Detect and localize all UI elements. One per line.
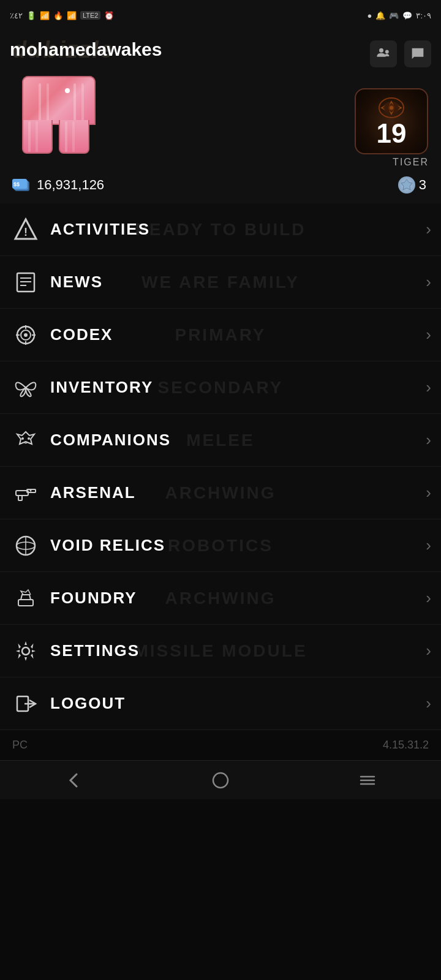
svg-text:$$: $$ [13,181,20,187]
companions-arrow: › [426,431,431,450]
shorts-right-leg [59,120,89,154]
svg-point-38 [213,773,228,788]
svg-point-1 [385,50,389,54]
inventory-label: INVENTORY [50,378,426,397]
credits-amount: 16,931,126 [37,177,104,193]
platform-label: PC [12,739,28,752]
profile-username: mohamedawakes [10,39,162,60]
shorts-left-leg [22,120,53,154]
svg-point-0 [379,48,383,53]
battery-percent: ٪٤٢ [10,11,23,20]
platinum-amount: 3 [419,177,426,193]
platinum-icon [398,176,415,194]
void-relics-arrow: › [426,536,431,555]
rank-badge: 19 TIGER [352,88,431,168]
void-relics-label: VOID RELICS [50,536,426,555]
rank-number: 19 [377,120,407,147]
settings-icon [10,635,42,667]
activities-label: ACTIVITIES [50,220,426,239]
svg-point-24 [24,386,27,389]
activities-icon: ! [10,214,42,246]
battery-icon: 🔋 [26,11,36,20]
rank-emblem-svg [374,96,409,120]
nav-bar [0,760,441,799]
codex-arrow: › [426,325,431,344]
currency-row: $$ 16,931,126 3 [10,170,431,197]
arsenal-label: ARSENAL [50,483,426,502]
credits-icon: $$ [12,176,32,194]
flame-icon: 🔥 [53,11,63,20]
inventory-arrow: › [426,378,431,397]
nav-menu-button[interactable] [294,761,441,799]
void-relics-icon [10,530,42,562]
news-icon [10,266,42,298]
rank-title: TIGER [352,157,431,168]
logout-arrow: › [426,694,431,713]
social-icon-btn[interactable] [370,40,397,67]
warframe-shorts [16,76,102,156]
character-image [10,70,108,168]
nav-home-button[interactable] [147,761,294,799]
version-label: 4.15.31.2 [383,739,429,752]
username-area: mohamedawakes [10,39,162,66]
menu-item-activities[interactable]: READY TO BUILD ! ACTIVITIES › [0,203,441,256]
foundry-icon [10,582,42,614]
profile-main: 19 TIGER [10,70,431,168]
nav-back-button[interactable] [0,761,147,799]
inventory-icon [10,372,42,404]
arsenal-arrow: › [426,483,431,502]
gamepad-icon: 🎮 [389,11,399,20]
header-top: mohamedawakes [10,39,431,67]
svg-text:!: ! [24,226,28,238]
svg-marker-10 [401,179,412,190]
svg-point-35 [22,647,29,655]
signal2-icon: 📶 [67,11,77,20]
menu-list: READY TO BUILD ! ACTIVITIES › WE ARE FAM… [0,203,441,730]
shorts-body [22,76,96,125]
chat-icon-btn[interactable] [404,40,431,67]
svg-point-19 [24,333,28,337]
menu-item-void-relics[interactable]: ROBOTICS VOID RELICS › [0,519,441,572]
settings-arrow: › [426,641,431,660]
settings-label: SETTINGS [50,641,426,660]
lte-badge: LTE2 [80,11,100,20]
foundry-label: FOUNDRY [50,589,426,608]
companions-label: COMPANIONS [50,431,426,450]
activities-arrow: › [426,220,431,239]
profile-header: dubizzle mohamedawakes [0,31,441,203]
status-bar: ٪٤٢ 🔋 📶 🔥 📶 LTE2 ⏰ ● 🔔 🎮 💬 ٣:٠٩ [0,0,441,31]
currency-right: 3 [398,176,426,194]
rank-hexagon: 19 [355,88,428,154]
signal-icon: 📶 [40,11,50,20]
companions-icon [10,424,42,456]
logout-icon [10,688,42,720]
dot-indicator: ● [368,11,372,20]
time-display: ٣:٠٩ [416,11,431,20]
codex-label: CODEX [50,325,426,344]
svg-point-26 [28,437,30,440]
menu-item-companions[interactable]: MELEE COMPANIONS › [0,414,441,467]
menu-item-inventory[interactable]: SECONDARY INVENTORY › [0,361,441,414]
footer: PC 4.15.31.2 [0,730,441,760]
menu-item-settings[interactable]: MISSILE MODULE SETTINGS › [0,625,441,677]
codex-icon [10,319,42,351]
menu-item-foundry[interactable]: ARCHWING FOUNDRY › [0,572,441,625]
alarm-icon: ⏰ [104,11,114,20]
bell-icon: 🔔 [375,11,385,20]
menu-item-arsenal[interactable]: ARCHWING ARSENAL › [0,467,441,519]
menu-item-codex[interactable]: PRIMARY CODEX › [0,309,441,361]
menu-item-logout[interactable]: LOGOUT › [0,677,441,730]
foundry-arrow: › [426,589,431,608]
header-icons [370,40,431,67]
currency-left: $$ 16,931,126 [12,176,104,194]
status-left: ٪٤٢ 🔋 📶 🔥 📶 LTE2 ⏰ [10,11,114,20]
arsenal-icon [10,477,42,509]
chat-icon: 💬 [402,11,412,20]
svg-point-30 [30,489,32,491]
news-label: NEWS [50,273,426,292]
svg-rect-29 [18,496,22,500]
svg-point-25 [21,437,24,440]
news-arrow: › [426,273,431,292]
svg-point-5 [390,106,393,110]
menu-item-news[interactable]: WE ARE FAMILY NEWS › [0,256,441,309]
